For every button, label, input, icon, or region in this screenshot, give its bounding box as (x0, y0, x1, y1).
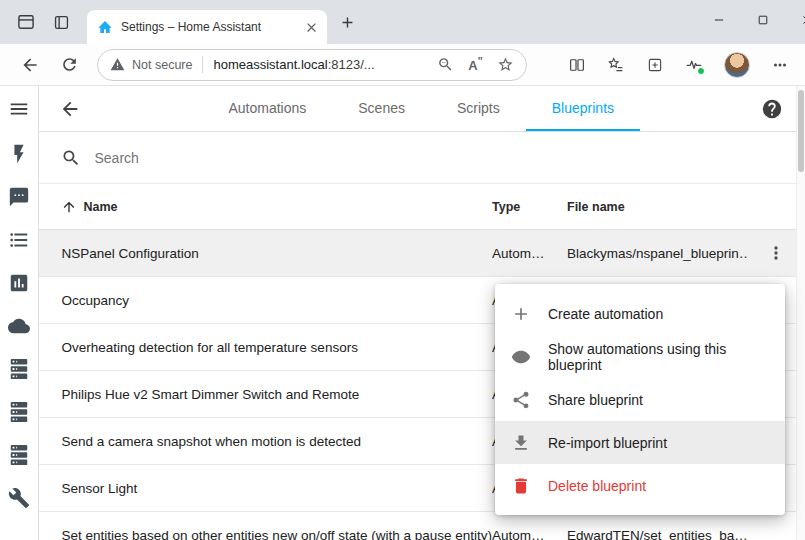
column-file-name[interactable]: File name (567, 200, 747, 214)
read-aloud-icon[interactable]: A” (468, 56, 483, 72)
tab-scripts[interactable]: Scripts (431, 86, 526, 131)
row-type: Autom… (492, 246, 567, 261)
sidebar-item-server-3[interactable] (0, 433, 38, 476)
favorites-hub-icon[interactable] (607, 56, 625, 74)
tab-actions-icon[interactable] (52, 13, 71, 32)
menu-item-share-blueprint[interactable]: Share blueprint (495, 378, 785, 421)
zoom-out-icon[interactable] (437, 56, 454, 73)
refresh-icon[interactable] (60, 55, 79, 74)
ha-header: Automations Scenes Scripts Blueprints (39, 86, 805, 132)
row-type: Autom… (492, 528, 567, 540)
toolbar-actions (568, 52, 805, 78)
address-divider (202, 56, 203, 73)
more-menu-icon[interactable] (771, 56, 789, 74)
menu-item-label: Re-import blueprint (548, 435, 667, 451)
row-name: Overheating detection for all temperatur… (39, 340, 492, 355)
row-name: NSPanel Configuration (39, 246, 492, 261)
row-file: EdwardTEN/set_entities_ba… (567, 528, 747, 540)
sidebar-item-energy[interactable] (0, 132, 38, 175)
menu-item-label: Delete blueprint (548, 478, 646, 494)
menu-item-label: Share blueprint (548, 392, 643, 408)
tab-close-icon[interactable] (304, 20, 319, 35)
table-row[interactable]: NSPanel Configuration Autom… Blackymas/n… (39, 230, 805, 277)
row-name: Occupancy (39, 293, 492, 308)
browser-tab[interactable]: Settings – Home Assistant (87, 10, 327, 44)
help-icon[interactable] (761, 98, 783, 120)
address-bar[interactable]: Not secure homeassistant.local:8123/... … (97, 49, 527, 81)
favorite-star-icon[interactable] (497, 56, 514, 73)
scrollbar-thumb[interactable] (798, 90, 804, 172)
row-name: Philips Hue v2 Smart Dimmer Switch and R… (39, 387, 492, 402)
tab-automations[interactable]: Automations (202, 86, 332, 131)
home-assistant-favicon (97, 19, 113, 35)
menu-item-label: Show automations using this blueprint (548, 341, 769, 373)
ha-nav-tabs: Automations Scenes Scripts Blueprints (81, 86, 761, 131)
sidebar-menu-icon[interactable] (0, 86, 38, 132)
new-tab-icon[interactable] (339, 14, 356, 31)
sidebar-item-history[interactable] (0, 261, 38, 304)
browser-titlebar: Settings – Home Assistant (0, 0, 805, 44)
sidebar-item-tools[interactable] (0, 476, 38, 519)
close-button[interactable] (785, 0, 805, 40)
search-row (39, 132, 805, 184)
url-text: homeassistant.local:8123/... (213, 57, 374, 72)
tab-blueprints[interactable]: Blueprints (526, 86, 640, 131)
download-icon (511, 433, 531, 453)
profile-avatar[interactable] (724, 52, 750, 78)
tab-title: Settings – Home Assistant (121, 20, 296, 34)
column-type[interactable]: Type (492, 200, 567, 214)
tab-scenes[interactable]: Scenes (332, 86, 431, 131)
plus-icon (511, 304, 531, 324)
row-name: Set entities based on other entities new… (39, 528, 492, 540)
not-secure-warning-icon (110, 57, 125, 72)
split-screen-icon[interactable] (568, 56, 586, 74)
ha-back-icon[interactable] (59, 98, 81, 120)
essentials-status-dot (697, 67, 705, 75)
trash-icon (511, 476, 531, 496)
share-icon (511, 390, 531, 410)
security-label: Not secure (132, 58, 192, 72)
window-controls (697, 0, 805, 40)
menu-item-create-automation[interactable]: Create automation (495, 292, 785, 335)
row-file: Blackymas/nspanel_blueprin… (567, 246, 747, 261)
menu-item-show-automations[interactable]: Show automations using this blueprint (495, 335, 785, 378)
menu-item-reimport-blueprint[interactable]: Re-import blueprint (495, 421, 785, 464)
search-input[interactable] (94, 150, 394, 166)
workspaces-icon[interactable] (16, 12, 36, 32)
column-name[interactable]: Name (39, 199, 492, 215)
row-name: Sensor Light (39, 481, 492, 496)
minimize-button[interactable] (697, 0, 741, 40)
menu-item-label: Create automation (548, 306, 663, 322)
page-scrollbar (796, 86, 805, 540)
browser-essentials-icon[interactable] (685, 56, 703, 74)
address-bar-actions: A” (437, 56, 514, 73)
eye-icon (511, 347, 531, 367)
maximize-button[interactable] (741, 0, 785, 40)
sort-arrow-up-icon (61, 199, 77, 215)
sidebar-item-cloud[interactable] (0, 304, 38, 347)
menu-item-delete-blueprint[interactable]: Delete blueprint (495, 464, 785, 507)
blueprint-context-menu: Create automation Show automations using… (495, 284, 785, 515)
sidebar-item-logbook[interactable] (0, 218, 38, 261)
sidebar-item-server-2[interactable] (0, 390, 38, 433)
table-row[interactable]: Set entities based on other entities new… (39, 512, 805, 540)
sidebar-item-assist[interactable] (0, 175, 38, 218)
search-icon (61, 148, 81, 168)
browser-toolbar: Not secure homeassistant.local:8123/... … (0, 44, 805, 86)
back-icon[interactable] (20, 55, 40, 75)
sidebar-item-server-1[interactable] (0, 347, 38, 390)
table-header: Name Type File name (39, 184, 805, 230)
collections-icon[interactable] (646, 56, 664, 74)
ha-sidebar (0, 86, 39, 540)
row-name: Send a camera snapshot when motion is de… (39, 434, 492, 449)
